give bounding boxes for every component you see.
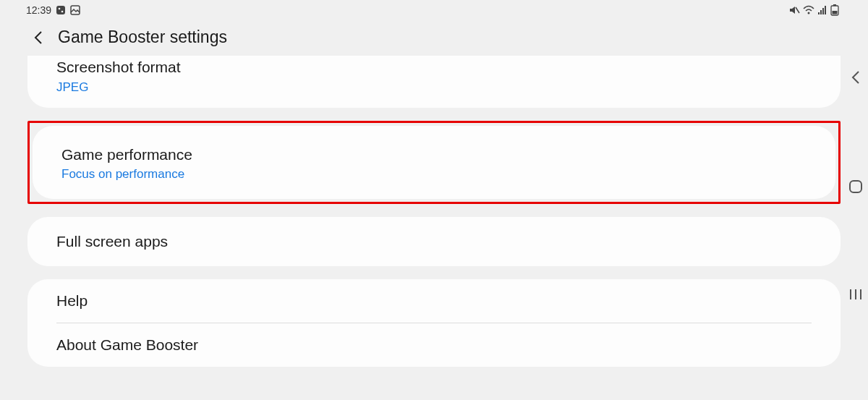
item-value: Focus on performance <box>61 167 807 182</box>
svg-line-4 <box>796 7 799 13</box>
back-button[interactable] <box>32 30 45 46</box>
nav-home-button[interactable] <box>848 179 864 195</box>
svg-point-5 <box>808 12 810 14</box>
wifi-icon <box>803 5 814 15</box>
page-header: Game Booster settings <box>0 19 868 60</box>
system-nav-rail <box>848 69 864 302</box>
status-bar-right <box>788 4 839 16</box>
item-title: About Game Booster <box>56 336 812 354</box>
svg-point-1 <box>59 8 61 10</box>
svg-rect-6 <box>818 12 820 14</box>
svg-point-2 <box>61 11 64 13</box>
item-title: Full screen apps <box>56 230 812 253</box>
highlight-annotation: Game performance Focus on performance <box>27 121 841 205</box>
item-full-screen-apps[interactable]: Full screen apps <box>27 217 841 266</box>
item-about[interactable]: About Game Booster <box>27 323 841 367</box>
item-game-performance[interactable]: Game performance Focus on performance <box>33 126 835 200</box>
item-title: Help <box>56 292 812 310</box>
item-title: Game performance <box>61 143 807 166</box>
dice-icon <box>56 5 66 15</box>
svg-rect-12 <box>833 11 838 14</box>
settings-list: Screenshot format JPEG Game performance … <box>0 56 868 367</box>
page-title: Game Booster settings <box>58 27 227 47</box>
item-help[interactable]: Help <box>27 279 841 323</box>
status-bar: 12:39 <box>0 0 868 19</box>
item-screenshot-format[interactable]: Screenshot format JPEG <box>27 56 841 108</box>
nav-back-button[interactable] <box>848 69 863 86</box>
status-time: 12:39 <box>26 4 51 16</box>
status-bar-left: 12:39 <box>26 4 80 16</box>
svg-rect-8 <box>822 8 824 14</box>
nav-recents-button[interactable] <box>848 287 864 302</box>
mute-icon <box>788 5 800 15</box>
gallery-icon <box>70 5 80 15</box>
signal-icon <box>817 5 827 15</box>
svg-rect-13 <box>850 181 861 192</box>
svg-rect-9 <box>825 6 826 14</box>
item-title: Screenshot format <box>56 56 812 79</box>
svg-rect-7 <box>820 10 822 14</box>
svg-rect-0 <box>56 6 65 14</box>
battery-icon <box>830 4 839 16</box>
item-group-bottom: Help About Game Booster <box>27 279 841 367</box>
item-value: JPEG <box>56 80 812 95</box>
